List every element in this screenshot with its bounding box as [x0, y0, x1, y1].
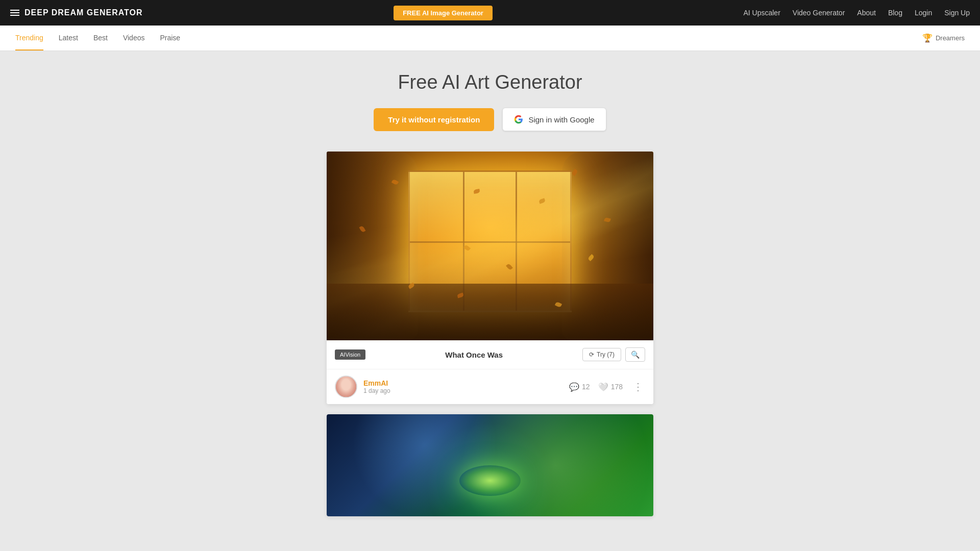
tab-videos[interactable]: Videos: [123, 26, 145, 51]
featured-image[interactable]: [327, 152, 653, 340]
glow-effect: [459, 465, 521, 496]
tab-latest[interactable]: Latest: [59, 26, 78, 51]
free-ai-button[interactable]: FREE AI Image Generator: [394, 6, 493, 20]
recycle-icon: ⟳: [589, 351, 594, 358]
like-count: 178: [611, 383, 623, 391]
card-footer: AIVision What Once Was ⟳ Try (7) 🔍: [327, 340, 653, 369]
navbar-center: FREE AI Image Generator: [153, 6, 733, 20]
second-image[interactable]: [327, 414, 653, 516]
user-stats: 💬 12 🤍 178 ⋮: [569, 379, 645, 395]
comment-icon: 💬: [569, 382, 579, 392]
style-badge[interactable]: AIVision: [335, 349, 365, 360]
nav-ai-upscaler[interactable]: AI Upscaler: [743, 9, 780, 17]
try-count-label: Try (7): [597, 351, 615, 358]
user-row: EmmAI 1 day ago 💬 12 🤍 178 ⋮: [327, 369, 653, 404]
navbar-links: AI Upscaler Video Generator About Blog L…: [743, 9, 970, 17]
try-without-registration-button[interactable]: Try it without registration: [374, 108, 494, 131]
comments-stat[interactable]: 💬 12: [569, 382, 590, 392]
nav-about[interactable]: About: [857, 9, 876, 17]
tab-trending[interactable]: Trending: [15, 26, 43, 51]
second-image-card: [327, 414, 653, 516]
floor: [327, 284, 653, 340]
google-logo-icon: [514, 115, 523, 124]
subnav: Trending Latest Best Videos Praise 🏆 Dre…: [0, 26, 980, 51]
heart-icon: 🤍: [598, 382, 608, 392]
navbar: DEEP DREAM GENERATOR FREE AI Image Gener…: [0, 0, 980, 26]
google-btn-label: Sign in with Google: [528, 115, 594, 124]
search-icon: 🔍: [631, 350, 640, 359]
hero-buttons: Try it without registration Sign in with…: [10, 108, 970, 131]
search-image-button[interactable]: 🔍: [625, 347, 645, 362]
nav-video-generator[interactable]: Video Generator: [793, 9, 845, 17]
tab-praise[interactable]: Praise: [160, 26, 180, 51]
hamburger-icon[interactable]: [10, 10, 19, 16]
image-title: What Once Was: [445, 350, 503, 359]
brand-text: DEEP DREAM GENERATOR: [24, 8, 143, 17]
subnav-tabs: Trending Latest Best Videos Praise: [15, 26, 180, 51]
trophy-icon: 🏆: [922, 33, 933, 43]
nav-blog[interactable]: Blog: [888, 9, 902, 17]
user-name[interactable]: EmmAI: [363, 379, 390, 387]
featured-image-card: AIVision What Once Was ⟳ Try (7) 🔍 EmmAI: [327, 152, 653, 404]
dreamers-badge[interactable]: 🏆 Dreamers: [922, 33, 965, 43]
user-time: 1 day ago: [363, 387, 390, 394]
try-style-button[interactable]: ⟳ Try (7): [582, 348, 621, 361]
avatar[interactable]: [335, 375, 357, 398]
brand[interactable]: DEEP DREAM GENERATOR: [10, 8, 143, 17]
main-content: AIVision What Once Was ⟳ Try (7) 🔍 EmmAI: [316, 146, 664, 537]
likes-stat[interactable]: 🤍 178: [598, 382, 623, 392]
nav-signup[interactable]: Sign Up: [944, 9, 970, 17]
more-options-button[interactable]: ⋮: [631, 379, 645, 395]
hero-title: Free AI Art Generator: [10, 71, 970, 93]
avatar-face: [336, 377, 356, 397]
user-details: EmmAI 1 day ago: [363, 379, 390, 394]
nav-login[interactable]: Login: [915, 9, 932, 17]
comment-count: 12: [582, 383, 590, 391]
tab-best[interactable]: Best: [93, 26, 108, 51]
sign-in-google-button[interactable]: Sign in with Google: [502, 108, 606, 131]
dreamers-label: Dreamers: [936, 34, 965, 42]
hero-section: Free AI Art Generator Try it without reg…: [0, 51, 980, 146]
user-info: EmmAI 1 day ago: [335, 375, 390, 398]
card-actions: ⟳ Try (7) 🔍: [582, 347, 645, 362]
